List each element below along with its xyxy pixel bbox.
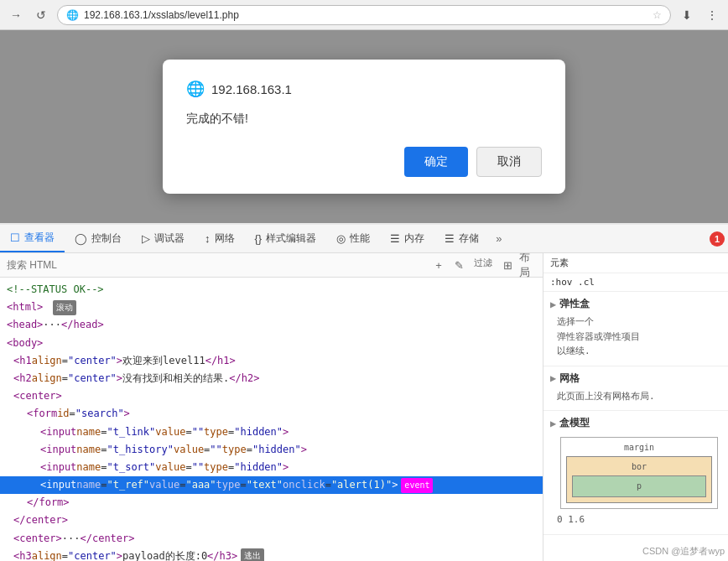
globe-icon: 🌐 [186, 80, 205, 98]
error-badge: 1 [710, 231, 725, 247]
tab-debugger[interactable]: ▷ 调试器 [132, 225, 195, 252]
dialog-overlay: 🌐 192.168.163.1 完成的不错! 确定 取消 [0, 30, 728, 223]
tab-console[interactable]: ◯ 控制台 [65, 225, 132, 252]
line-head[interactable]: <head> ··· </head> [0, 316, 543, 334]
styles-boxmodel-section: ▶ 盒模型 margin bor p 0 1.6 [543, 411, 728, 535]
tab-inspector[interactable]: ☐ 查看器 [0, 225, 65, 252]
scroll-badge: 滚动 [53, 300, 76, 315]
tab-memory[interactable]: ☰ 内存 [380, 225, 434, 252]
dialog-message: 完成的不错! [186, 112, 542, 127]
bookmark-icon: ☆ [653, 9, 662, 21]
boxmodel-header[interactable]: ▶ 盒模型 [543, 411, 728, 432]
line-input-tlink[interactable]: <input name="t_link" value="" type="hidd… [0, 423, 543, 441]
html-panel: + ✎ 过滤 ⊞ 布局 <!--STATUS OK--> <html> 滚动 <… [0, 253, 543, 561]
url-text: 192.168.163.1/xsslabs/level11.php [84, 9, 239, 21]
more-tools-button[interactable]: » [489, 232, 508, 245]
line-h2[interactable]: <h2 align="center">没有找到和相关的结果.</h2> [0, 370, 543, 387]
tab-inspector-label: 查看器 [24, 231, 55, 245]
tab-storage-label: 存储 [459, 231, 479, 246]
pick-element-icon[interactable]: ✎ [450, 257, 467, 273]
line-input-tsort[interactable]: <input name="t_sort" value="" type="hidd… [0, 459, 543, 476]
styles-grid-section: ▶ 网格 此页面上没有网格布局. [543, 366, 728, 412]
springbox-content: 选择一个 弹性容器或弹性项目 以继续. [543, 313, 728, 366]
layout-mode-label: 布局 [519, 257, 536, 273]
styles-panel: 元素 :hov .cl ▶ 弹性盒 选择一个 弹性容器或弹性项目 以继续. ▶ … [543, 253, 728, 561]
line-body[interactable]: <body> [0, 335, 543, 352]
download-icon[interactable]: ⬇ [678, 6, 696, 24]
springbox-header[interactable]: ▶ 弹性盒 [543, 292, 728, 313]
size-value: 0 1.6 [557, 514, 585, 525]
exit-badge: 逃出 [241, 548, 264, 561]
reload-button[interactable]: ↺ [32, 6, 50, 24]
boxmodel-content: margin bor p 0 1.6 [543, 432, 728, 534]
browser-chrome: → ↺ 🌐 192.168.163.1/xsslabs/level11.php … [0, 0, 728, 30]
box-padding: p [572, 475, 706, 497]
line-h3[interactable]: <h3 align="center">payload的长度:0</h3>逃出 [0, 548, 543, 561]
styles-pseudo-bar: 元素 [543, 253, 728, 273]
padding-label: p [637, 481, 642, 491]
dialog-header: 🌐 192.168.163.1 [186, 80, 542, 98]
expand-icon: ▶ [550, 299, 556, 310]
line-input-tref[interactable]: <input name="t_ref" value="aaa" type="te… [0, 476, 543, 494]
grid-label: 网格 [559, 371, 580, 386]
tab-console-label: 控制台 [91, 231, 122, 246]
event-badge: event [401, 478, 433, 493]
margin-label: margin [624, 443, 654, 452]
shield-icon: 🌐 [66, 9, 79, 21]
line-html[interactable]: <html> 滚动 [0, 299, 543, 316]
head-tag: <head> [7, 317, 43, 333]
grid-content: 此页面上没有网格布局. [543, 387, 728, 411]
tab-network[interactable]: ↕ 网络 [195, 225, 245, 252]
page-area: 🌐 192.168.163.1 完成的不错! 确定 取消 [0, 30, 728, 223]
springbox-label: 弹性盒 [559, 297, 590, 311]
line-form[interactable]: <form id="search"> [0, 405, 543, 423]
tab-style-editor[interactable]: {} 样式编辑器 [245, 225, 327, 252]
line-center2[interactable]: <center> ··· </center> [0, 530, 543, 548]
dialog-buttons: 确定 取消 [186, 147, 542, 177]
grid-header[interactable]: ▶ 网格 [543, 366, 728, 387]
line-comment[interactable]: <!--STATUS OK--> [0, 281, 543, 299]
search-icons: + ✎ 过滤 ⊞ 布局 [430, 257, 536, 273]
line-input-thistory[interactable]: <input name="t_history" value="" type="h… [0, 441, 543, 459]
html-tag: <html> [7, 299, 43, 315]
back-button[interactable]: → [7, 6, 25, 24]
cancel-button[interactable]: 取消 [476, 147, 542, 177]
expand-grid-icon: ▶ [550, 372, 556, 384]
add-node-icon[interactable]: + [430, 257, 447, 273]
menu-button[interactable]: ⋮ [703, 6, 721, 24]
line-form-close[interactable]: </form> [0, 494, 543, 512]
html-content: <!--STATUS OK--> <html> 滚动 <head> ··· </… [0, 278, 543, 561]
border-label: bor [632, 462, 647, 471]
tab-network-label: 网络 [215, 231, 235, 246]
styles-hov-bar[interactable]: :hov .cl [543, 273, 728, 292]
tab-debugger-label: 调试器 [154, 231, 185, 246]
filter-label: 过滤 [471, 257, 496, 273]
address-bar[interactable]: 🌐 192.168.163.1/xsslabs/level11.php ☆ [57, 5, 671, 25]
html-search-bar: + ✎ 过滤 ⊞ 布局 [0, 253, 543, 278]
tab-style-editor-label: 样式编辑器 [266, 231, 316, 246]
line-center1-close[interactable]: </center> [0, 512, 543, 529]
tab-performance[interactable]: ◎ 性能 [326, 225, 380, 252]
debugger-icon: ▷ [142, 232, 150, 245]
console-icon: ◯ [75, 232, 87, 245]
hov-label: :hov .cl [550, 277, 595, 288]
performance-icon: ◎ [336, 232, 346, 245]
expand-box-icon: ▶ [550, 418, 556, 429]
network-icon: ↕ [205, 232, 211, 245]
devtools-toolbar: ☐ 查看器 ◯ 控制台 ▷ 调试器 ↕ 网络 {} 样式编辑器 ◎ 性能 ☰ 内… [0, 223, 728, 253]
tab-storage[interactable]: ☰ 存储 [434, 225, 489, 252]
html-search-input[interactable] [7, 259, 425, 271]
dialog: 🌐 192.168.163.1 完成的不错! 确定 取消 [163, 60, 565, 194]
style-icon: {} [255, 232, 263, 245]
confirm-button[interactable]: 确定 [404, 147, 468, 177]
memory-icon: ☰ [390, 232, 400, 245]
inspector-icon: ☐ [10, 231, 20, 244]
tab-performance-label: 性能 [350, 231, 370, 246]
line-h1[interactable]: <h1 align="center">欢迎来到level11</h1> [0, 352, 543, 370]
box-margin: margin bor p [560, 437, 718, 509]
layout-icon[interactable]: ⊞ [499, 257, 516, 273]
devtools-body: + ✎ 过滤 ⊞ 布局 <!--STATUS OK--> <html> 滚动 <… [0, 253, 728, 561]
line-center1[interactable]: <center> [0, 387, 543, 405]
dialog-host: 192.168.163.1 [211, 82, 292, 96]
boxmodel-label: 盒模型 [559, 416, 590, 430]
